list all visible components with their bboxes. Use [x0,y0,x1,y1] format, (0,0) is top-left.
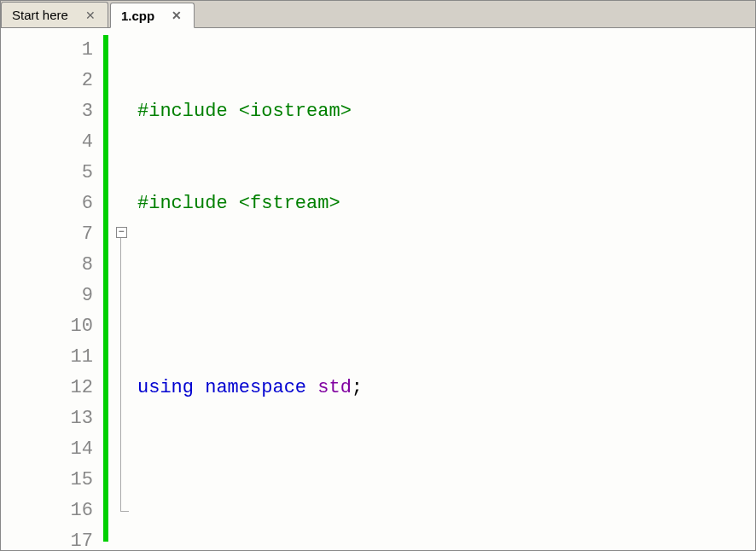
fold-guide-line [120,238,121,511]
punctuation: ; [352,377,363,398]
fold-toggle-icon[interactable]: − [116,227,127,238]
line-number: 5 [1,158,93,188]
line-number: 17 [1,526,93,550]
code-line[interactable] [137,281,755,311]
close-icon[interactable]: ✕ [170,9,183,22]
line-number: 2 [1,66,93,96]
code-area[interactable]: 1 2 3 4 5 6 7 8 9 10 11 12 13 14 15 16 1… [1,28,755,550]
close-icon[interactable]: ✕ [84,9,97,22]
line-number: 6 [1,188,93,219]
preprocessor: #include [137,101,228,122]
code-line[interactable]: using namespace std; [137,373,755,403]
line-number: 15 [1,465,93,496]
code-content[interactable]: #include <iostream> #include <fstream> u… [134,28,755,550]
line-number: 3 [1,96,93,127]
line-number: 13 [1,403,93,434]
line-number: 11 [1,342,93,373]
line-number: 4 [1,127,93,158]
identifier: std [317,377,352,398]
line-number: 9 [1,281,93,311]
code-line[interactable] [137,465,755,496]
line-number: 1 [1,35,93,66]
line-number: 8 [1,250,93,281]
include-header: <fstream> [239,193,340,214]
tab-label: 1.cpp [121,9,154,23]
code-line[interactable]: #include <iostream> [137,96,755,127]
editor-container: Start here ✕ 1.cpp ✕ 1 2 3 4 5 6 7 8 9 1… [0,0,756,551]
keyword: namespace [205,377,306,398]
tab-1-cpp[interactable]: 1.cpp ✕ [110,3,195,28]
line-number: 16 [1,496,93,526]
line-number-gutter: 1 2 3 4 5 6 7 8 9 10 11 12 13 14 15 16 1… [1,28,103,550]
line-number: 10 [1,311,93,342]
code-line[interactable]: #include <fstream> [137,188,755,219]
tab-bar: Start here ✕ 1.cpp ✕ [1,1,755,28]
keyword: using [137,377,194,398]
tab-start-here[interactable]: Start here ✕ [1,2,108,27]
line-number: 12 [1,373,93,403]
tab-label: Start here [12,8,68,22]
include-header: <iostream> [239,101,352,122]
preprocessor: #include [137,193,228,214]
fold-guide-end [120,511,129,512]
line-number: 7 [1,219,93,250]
fold-column: − [108,28,134,550]
line-number: 14 [1,434,93,465]
